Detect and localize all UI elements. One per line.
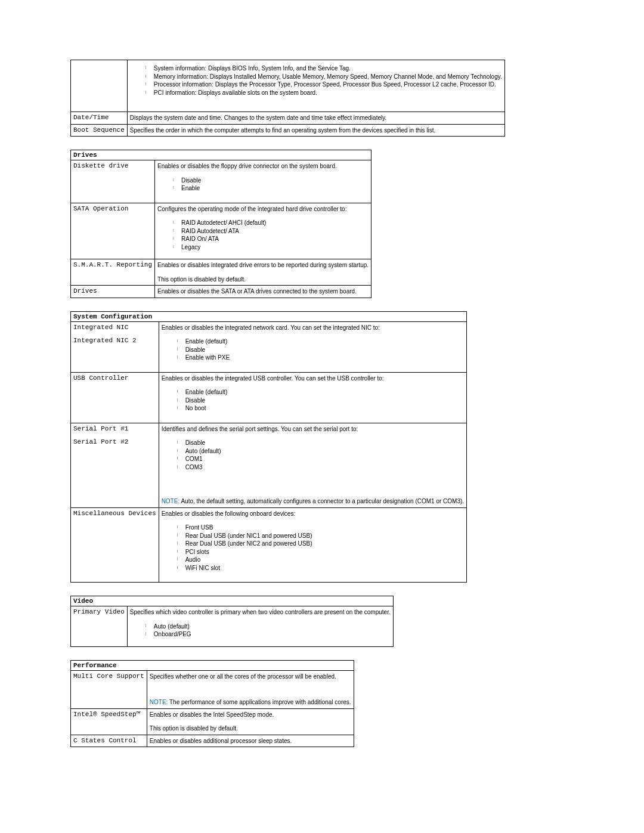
row-label: Primary Video	[71, 606, 128, 647]
table-row: Serial Port #1 Serial Port #2 Identifies…	[71, 423, 467, 507]
list-item: Rear Dual USB (under NIC2 and powered US…	[177, 540, 464, 548]
label-line: Integrated NIC 2	[73, 337, 156, 344]
list-item: Disable	[177, 346, 464, 354]
description-text: Enables or disables the integrated netwo…	[162, 324, 380, 331]
list-item: COM1	[177, 455, 464, 463]
row-content: Enables or disables the integrated netwo…	[159, 321, 466, 372]
description-text: Enables or disables the integrated USB c…	[162, 375, 384, 382]
row-content: Displays the system date and time. Chang…	[127, 112, 504, 125]
table-header: Performance	[71, 660, 354, 670]
list-item: Memory information: Displays Installed M…	[145, 73, 502, 81]
bullet-list: Auto (default) Onboard/PEG	[145, 623, 391, 639]
table-header: Drives	[71, 150, 371, 160]
row-label: Diskette drive	[71, 160, 155, 203]
bullet-list: System information: Displays BIOS Info, …	[145, 64, 502, 97]
table-row: System information: Displays BIOS Info, …	[71, 60, 505, 112]
description-text: This option is disabled by default.	[150, 725, 238, 732]
list-item: COM3	[177, 463, 464, 472]
table-row: Integrated NIC Integrated NIC 2 Enables …	[71, 321, 467, 372]
table-video: Video Primary Video Specifies which vide…	[70, 596, 394, 647]
table-header-row: System Configuration	[71, 311, 467, 321]
description-text: Identifies and defines the serial port s…	[162, 426, 358, 432]
row-content: Enables or disables integrated drive err…	[155, 259, 371, 286]
description-text: This option is disabled by default.	[157, 276, 246, 283]
list-item: Auto (default)	[145, 623, 391, 631]
list-item: Onboard/PEG	[145, 630, 391, 639]
table-general: System information: Displays BIOS Info, …	[70, 60, 505, 137]
row-content: Enables or disables the Intel SpeedStep …	[147, 708, 354, 735]
list-item: Enable	[173, 184, 369, 193]
row-content: Enables or disables the integrated USB c…	[159, 372, 466, 423]
note-text: The performance of some applications imp…	[168, 699, 351, 705]
row-label: Serial Port #1 Serial Port #2	[71, 423, 159, 507]
table-row: Miscellaneous Devices Enables or disable…	[71, 507, 467, 583]
row-label: Intel® SpeedStep™	[71, 708, 147, 735]
row-content: Enables or disables the SATA or ATA driv…	[155, 286, 371, 298]
row-label: S.M.A.R.T. Reporting	[71, 259, 155, 286]
label-line: Integrated NIC	[73, 324, 156, 331]
bullet-list: RAID Autodetect/ AHCI (default) RAID Aut…	[173, 219, 369, 251]
row-label: C States Control	[71, 735, 147, 747]
table-system-configuration: System Configuration Integrated NIC Inte…	[70, 311, 467, 583]
note-prefix: NOTE:	[162, 498, 180, 504]
table-header-row: Drives	[71, 150, 371, 160]
list-item: Enable (default)	[177, 337, 464, 346]
description-text: Enables or disables integrated drive err…	[157, 262, 369, 268]
list-item: PCI information: Displays available slot…	[145, 89, 502, 97]
list-item: Enable (default)	[177, 388, 464, 397]
table-performance: Performance Multi Core Support Specifies…	[70, 660, 354, 748]
row-content: Specifies whether one or all the cores o…	[147, 670, 354, 708]
table-header: System Configuration	[71, 311, 467, 321]
row-content: Enables or disables additional processor…	[147, 735, 354, 747]
row-content: Specifies the order in which the compute…	[127, 124, 504, 137]
page: System information: Displays BIOS Info, …	[0, 0, 644, 833]
row-content: Specifies which video controller is prim…	[127, 606, 393, 647]
table-row: Boot Sequence Specifies the order in whi…	[71, 124, 505, 137]
description-text: Enables or disables the following onboar…	[162, 510, 296, 517]
row-label: Date/Time	[71, 112, 128, 125]
list-item: Processor information: Displays the Proc…	[145, 80, 502, 89]
table-row: S.M.A.R.T. Reporting Enables or disables…	[71, 259, 371, 286]
list-item: Disable	[173, 176, 369, 185]
description-text: Enables or disables the Intel SpeedStep …	[150, 711, 274, 718]
table-header-row: Performance	[71, 660, 354, 670]
bullet-list: Enable (default) Disable No boot	[177, 388, 464, 413]
table-row: Date/Time Displays the system date and t…	[71, 112, 505, 125]
table-row: Diskette drive Enables or disables the f…	[71, 160, 371, 203]
row-label: SATA Operation	[71, 203, 155, 259]
table-header: Video	[71, 596, 394, 606]
table-header-row: Video	[71, 596, 394, 606]
note-prefix: NOTE:	[150, 699, 168, 705]
bullet-list: Enable (default) Disable Enable with PXE	[177, 337, 464, 362]
label-line: Serial Port #1	[73, 425, 156, 432]
note-text: Auto, the default setting, automatically…	[179, 498, 464, 504]
list-item: RAID On/ ATA	[173, 235, 369, 243]
row-label: Multi Core Support	[71, 670, 147, 708]
table-row: Multi Core Support Specifies whether one…	[71, 670, 354, 708]
description-text: Configures the operating mode of the int…	[157, 206, 346, 212]
row-content: Enables or disables the floppy drive con…	[155, 160, 371, 203]
row-content: Enables or disables the following onboar…	[159, 507, 466, 583]
list-item: Legacy	[173, 243, 369, 252]
list-item: Enable with PXE	[177, 354, 464, 362]
list-item: System information: Displays BIOS Info, …	[145, 64, 502, 73]
row-label: Drives	[71, 286, 155, 298]
table-row: Primary Video Specifies which video cont…	[71, 606, 394, 647]
list-item: WiFi NIC slot	[177, 564, 464, 572]
row-label: Miscellaneous Devices	[71, 507, 159, 583]
description-text: Specifies which video controller is prim…	[130, 609, 391, 615]
table-row: C States Control Enables or disables add…	[71, 735, 354, 747]
table-row: SATA Operation Configures the operating …	[71, 203, 371, 259]
row-content: Identifies and defines the serial port s…	[159, 423, 466, 507]
list-item: Audio	[177, 556, 464, 564]
list-item: RAID Autodetect/ ATA	[173, 227, 369, 236]
list-item: RAID Autodetect/ AHCI (default)	[173, 219, 369, 227]
label-line: Serial Port #2	[73, 438, 156, 445]
list-item: Auto (default)	[177, 447, 464, 456]
row-label: USB Controller	[71, 372, 159, 423]
table-row: Drives Enables or disables the SATA or A…	[71, 286, 371, 298]
bullet-list: Front USB Rear Dual USB (under NIC1 and …	[177, 524, 464, 572]
table-row: USB Controller Enables or disables the i…	[71, 372, 467, 423]
bullet-list: Disable Enable	[173, 176, 369, 193]
row-label: Integrated NIC Integrated NIC 2	[71, 321, 159, 372]
